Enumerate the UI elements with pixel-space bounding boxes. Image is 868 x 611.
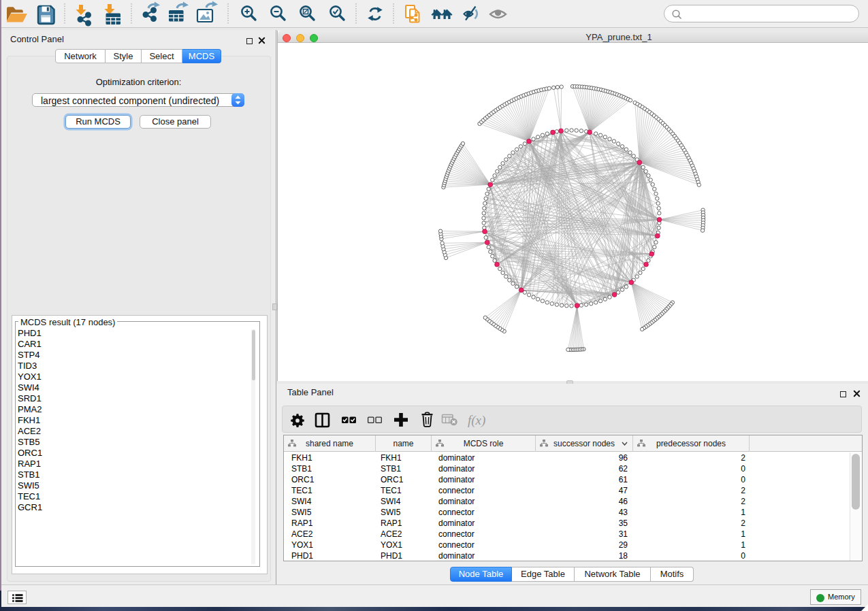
svg-text:f(x): f(x) (468, 413, 485, 428)
